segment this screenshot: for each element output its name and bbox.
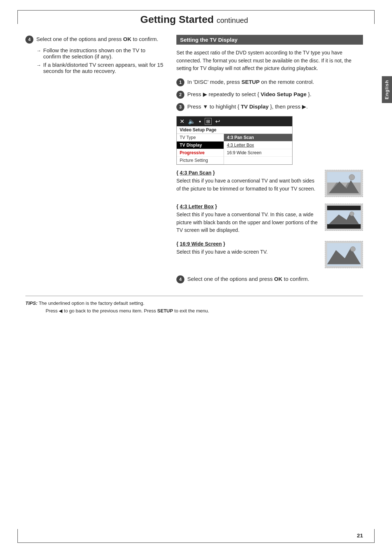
page-number-text: 21: [357, 532, 363, 538]
svg-rect-8: [327, 224, 360, 229]
letter-box-image: [325, 204, 363, 231]
step-3-number: 3: [176, 103, 184, 111]
menu-page-title-row: Video Setup Page: [177, 126, 292, 134]
option-wide-screen-desc: Select this if you have a wide-screen TV…: [176, 248, 319, 256]
display-icon: ▪: [199, 118, 201, 125]
option-wide-screen-text: { 16:9 Wide Screen } Select this if you …: [176, 241, 319, 256]
arrow-item-1: → Follow the instructions shown on the T…: [36, 47, 163, 60]
right-step-2: 2 Press ▶ repeatedly to select { Video S…: [176, 90, 363, 99]
svg-rect-7: [327, 206, 360, 210]
section-header: Setting the TV Display: [176, 35, 363, 45]
page-border-left-bottom: [17, 529, 18, 543]
option-wide-screen-title: { 16:9 Wide Screen }: [176, 241, 319, 247]
wide-screen-image: [325, 241, 363, 268]
step-1-number: 1: [176, 78, 184, 86]
step-2-content: Press ▶ repeatedly to select { Video Set…: [187, 90, 363, 98]
page-border-right-bottom: [374, 529, 375, 543]
page-border-right-top: [374, 10, 375, 24]
option-letter-box-title: { 4:3 Letter Box }: [176, 204, 319, 209]
menu-row-tv-display: TV Display: [177, 142, 224, 149]
two-column-layout: 4 Select one of the options and press OK…: [25, 35, 363, 287]
menu-icons-row: ✕ 🔈 ▪ ⊞ ↩: [177, 116, 292, 126]
english-tab-label: English: [384, 80, 389, 99]
menu-screenshot: ✕ 🔈 ▪ ⊞ ↩ Video Setup Page TV Type TV Di…: [176, 116, 293, 165]
continued-text: continued: [217, 16, 248, 24]
menu-row-tv-type: TV Type: [177, 134, 224, 142]
option-wide-screen: { 16:9 Wide Screen } Select this if you …: [176, 241, 363, 268]
option-pan-scan: { 4:3 Pan Scan } Select this if you have…: [176, 170, 363, 197]
option-letter-box-text: { 4:3 Letter Box } Select this if you ha…: [176, 204, 319, 234]
option-pan-scan-text: { 4:3 Pan Scan } Select this if you have…: [176, 170, 319, 193]
arrow-icon-1: →: [36, 48, 41, 53]
speaker-icon: 🔈: [188, 118, 195, 125]
right-step-4-number: 4: [176, 275, 184, 283]
scissors-icon: ✕: [180, 118, 184, 125]
section-description: Set the aspect ratio of the DVD system a…: [176, 49, 363, 73]
step-1-content: In 'DISC' mode, press SETUP on the remot…: [187, 78, 363, 86]
menu-body: TV Type TV Display Progressive Picture S…: [177, 134, 292, 164]
svg-point-15: [351, 247, 356, 252]
page-border-bottom: [17, 542, 375, 543]
page-border-left-top: [17, 10, 18, 24]
step-4-content: Select one of the options and press OK t…: [36, 35, 163, 43]
arrow-item-2: → If a blank/distorted TV screen appears…: [36, 62, 163, 74]
svg-point-4: [349, 175, 355, 180]
page-number: 21: [357, 532, 363, 538]
option-pan-scan-title: { 4:3 Pan Scan }: [176, 170, 319, 176]
menu-option-letter-box: 4:3 Letter Box: [224, 142, 292, 149]
page-title: Getting Started continued: [25, 14, 363, 25]
tips-text-2: Press ◀ to go back to the previous menu …: [46, 308, 209, 314]
right-step-3: 3 Press ▼ to highlight { TV Display }, t…: [176, 102, 363, 111]
menu-option-pan-scan: 4:3 Pan Scan: [224, 134, 292, 142]
menu-row-progressive: Progressive: [177, 149, 224, 157]
svg-rect-3: [327, 172, 360, 183]
tips-section: TIPS: The underlined option is the facto…: [25, 296, 363, 315]
right-step-4: 4 Select one of the options and press OK…: [176, 275, 363, 283]
option-letter-box-desc: Select this if you have a conventional T…: [176, 211, 319, 234]
menu-page-title-text: Video Setup Page: [180, 127, 216, 132]
right-step-4-content: Select one of the options and press OK t…: [187, 275, 363, 283]
menu-left-column: TV Type TV Display Progressive Picture S…: [177, 134, 224, 164]
pan-scan-image: [325, 170, 363, 197]
right-column: Setting the TV Display Set the aspect ra…: [176, 35, 363, 287]
left-column: 4 Select one of the options and press OK…: [25, 35, 163, 287]
english-language-tab: English: [382, 76, 392, 103]
arrow-text-2: If a blank/distorted TV screen appears, …: [43, 62, 163, 74]
right-step-1: 1 In 'DISC' mode, press SETUP on the rem…: [176, 78, 363, 86]
option-letter-box: { 4:3 Letter Box } Select this if you ha…: [176, 204, 363, 234]
svg-point-11: [350, 212, 354, 216]
menu-option-wide-screen: 16:9 Wide Screen: [224, 149, 292, 157]
menu-row-picture-setting: Picture Setting: [177, 157, 224, 164]
page-border-top: [17, 10, 375, 11]
tips-text-1: The underlined option is the factory def…: [39, 300, 144, 306]
menu-right-column: 4:3 Pan Scan 4:3 Letter Box 16:9 Wide Sc…: [224, 134, 292, 164]
option-pan-scan-desc: Select this if you have a conventional T…: [176, 177, 319, 193]
settings-icon: ⊞: [205, 118, 212, 125]
left-step-4: 4 Select one of the options and press OK…: [25, 35, 163, 44]
title-text: Getting Started: [140, 14, 214, 25]
exit-icon: ↩: [215, 118, 220, 125]
tips-label: TIPS:: [25, 300, 37, 306]
arrow-icon-2: →: [36, 62, 41, 68]
step-2-number: 2: [176, 91, 184, 99]
section-header-text: Setting the TV Display: [180, 37, 237, 43]
arrow-text-1: Follow the instructions shown on the TV …: [43, 47, 163, 60]
step-4-number: 4: [25, 36, 33, 44]
step-3-content: Press ▼ to highlight { TV Display }, the…: [187, 102, 363, 111]
main-content: Getting Started continued 4 Select one o…: [0, 0, 392, 329]
